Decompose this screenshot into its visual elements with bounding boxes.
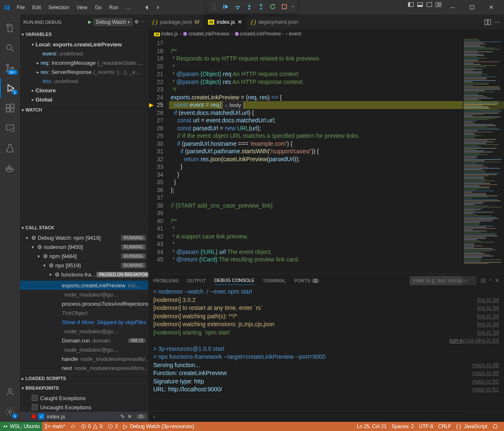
stack-frame[interactable]: TickObject [20,308,148,317]
layout-right-icon[interactable] [425,0,434,9]
menu-file[interactable]: File [13,3,28,12]
debug-drag-handle[interactable] [209,1,220,12]
breadcrumb-item[interactable]: ▫event [286,31,301,37]
menu-…[interactable]: … [122,3,134,12]
breakpoints-header[interactable]: ▾BREAKPOINTS [20,383,148,393]
panel-tab-problems[interactable]: PROBLEMS [153,276,179,285]
scope-global[interactable]: ▸Global [20,95,148,104]
problems-status[interactable]: 0 0 [79,422,105,431]
loaded-scripts-header[interactable]: ▸LOADED SCRIPTS [20,374,148,383]
bp-file[interactable]: ✓index.js ✎ ✕ 25 [20,412,148,421]
panel-tab-terminal[interactable]: TERMINAL [263,276,286,285]
cursor-position[interactable]: Ln 25, Col 21 [355,422,389,431]
stack-frame[interactable]: node_modules/@go… [20,345,148,354]
menu-run[interactable]: Run [106,3,122,12]
ports-status[interactable]: 2 [105,422,120,431]
variable-req[interactable]: ▸req: IncomingMessage {_readableState:… [20,58,148,67]
menu-go[interactable]: Go [91,3,105,12]
nav-back-icon[interactable] [142,3,152,12]
menu-view[interactable]: View [73,3,91,12]
gear-icon[interactable]: ⚙ [134,19,139,25]
accounts-icon[interactable] [0,382,20,402]
split-editor-icon[interactable] [484,19,491,25]
debug-console-body[interactable]: > nodemon --watch ./ --exec npm start[no… [148,287,504,411]
git-branch[interactable]: main* [42,422,68,431]
panel-tab-debug-console[interactable]: DEBUG CONSOLE [214,276,254,285]
eol-status[interactable]: CRLF [436,422,453,431]
debug-more-icon[interactable] [291,1,296,12]
menu-edit[interactable]: Edit [29,3,44,12]
code-area[interactable]: 1718192021222324▶25262728293031323334353… [148,38,504,274]
testing-icon[interactable] [0,138,20,158]
stack-frame[interactable]: exports.createLinkPreviewind… [20,281,148,290]
maximize-button[interactable] [462,0,481,15]
language-status[interactable]: { }JavaScript [454,422,490,431]
breadcrumb-item[interactable]: ⬣createLinkPreview [183,31,229,37]
stack-frame[interactable]: process.processTicksAndRejections [20,299,148,308]
panel-tab-ports[interactable]: PORTS2 [294,276,319,285]
breadcrumb-item[interactable]: JSindex.js [154,31,178,37]
variable-this[interactable]: this: undefined [20,76,148,86]
search-icon[interactable] [0,38,20,58]
run-debug-icon[interactable]: 1 [0,78,20,98]
variables-header[interactable]: ▾VARIABLES [20,30,148,39]
more-actions-icon[interactable]: ⋯ [494,19,500,25]
remote-indicator[interactable]: WSL: Ubuntu [0,422,42,431]
tab-index.js[interactable]: JSindex.js✕ [204,15,247,29]
extensions-icon[interactable] [0,98,20,118]
stack-frame[interactable]: node_modules/@go… [20,290,148,299]
source-control-icon[interactable]: 1K+ [0,58,20,78]
encoding-status[interactable]: UTF-8 [416,422,436,431]
scope-closure[interactable]: ▸Closure [20,86,148,95]
debug-stop-button[interactable] [279,1,290,12]
gutter[interactable]: 1718192021222324▶25262728293031323334353… [148,38,169,274]
watch-header[interactable]: ▾WATCH [20,105,148,114]
layout-custom-icon[interactable] [434,0,443,9]
debug-step-over-button[interactable] [232,1,243,12]
edit-icon[interactable]: ✎ [120,413,125,420]
explorer-icon[interactable] [0,18,20,38]
minimap[interactable] [462,38,504,422]
notifications-icon[interactable] [490,422,501,431]
debug-continue-button[interactable] [220,1,231,12]
panel-tab-output[interactable]: OUTPUT [187,276,206,285]
variable-res[interactable]: ▸res: ServerResponse {_events: {…}, _e… [20,67,148,76]
docker-icon[interactable] [0,158,20,178]
remote-explorer-icon[interactable] [0,118,20,138]
remove-icon[interactable]: ✕ [127,413,132,420]
debug-config-dropdown[interactable]: Debug Watch ▾ [93,18,133,26]
indent-status[interactable]: Spaces: 2 [389,422,416,431]
thread-row[interactable]: ▾⚙ nodemon [9450]RUNNING [20,242,148,251]
debug-restart-button[interactable] [267,1,278,12]
stack-frame[interactable]: Domain.rundomain388:15 [20,336,148,345]
debug-step-into-button[interactable] [244,1,255,12]
variable-event[interactable]: event: undefined [20,49,148,58]
debug-console-input[interactable]: › [148,411,504,422]
close-button[interactable]: ✕ [481,0,501,15]
breadcrumb-item[interactable]: ⬣createLinkPreview [235,31,281,37]
minimize-button[interactable]: ─ [443,0,462,15]
bp-uncaught[interactable]: Uncaught Exceptions [20,403,148,412]
layout-left-icon[interactable] [406,0,415,9]
scope-local[interactable]: ▾Local: exports.createLinkPreview [20,40,148,49]
thread-row[interactable]: ▾⚙ npx [9519]RUNNING [20,261,148,270]
code-content[interactable]: /** * Responds to any HTTP request relat… [169,38,504,274]
tab-deployment.json[interactable]: { }deployment.json [247,15,303,29]
git-sync[interactable] [68,422,79,431]
menu-selection[interactable]: Selection [45,3,72,12]
stack-frame[interactable]: Show 4 More: Skipped by skipFiles [20,317,148,327]
stack-frame[interactable]: nextnode_modules/express/lib/ro… [20,363,148,373]
bp-caught[interactable]: Caught Exceptions [20,393,148,403]
callstack-header[interactable]: ▾CALL STACK [20,223,148,232]
breadcrumb[interactable]: JSindex.js›⬣createLinkPreview›⬣createLin… [148,29,504,38]
tab-package.json[interactable]: { }package.jsonM [148,15,204,29]
stack-frame[interactable]: node_modules/@go… [20,327,148,336]
thread-row[interactable]: ▾⚙ functions-fra…PAUSED ON BREAKPOINT [20,270,148,279]
debug-step-out-button[interactable] [256,1,266,12]
stack-frame[interactable]: handlenode_modules/express/lib/… [20,354,148,363]
thread-row[interactable]: ▾⚙ npm [9484]RUNNING [20,251,148,261]
thread-row[interactable]: ▾⚙ Debug Watch: npm [9419]RUNNING [20,233,148,242]
settings-icon[interactable]: 1 [0,402,20,422]
debug-session-status[interactable]: Debug Watch (3p-resources) [120,422,197,431]
layout-bottom-icon[interactable] [415,0,425,9]
